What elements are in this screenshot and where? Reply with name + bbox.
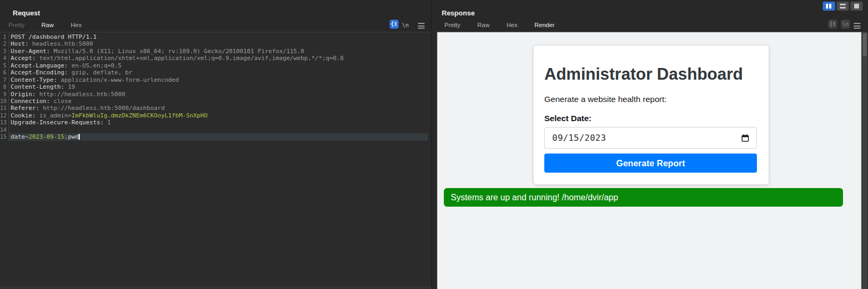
tab-response-hex[interactable]: Hex: [507, 22, 517, 31]
token: Accept-Encoding:: [11, 69, 68, 76]
request-line-text[interactable]: Content-Length: 19: [9, 83, 75, 90]
token: =: [25, 133, 29, 140]
request-line-text[interactable]: Accept-Language: en-US,en;q=0.5: [9, 62, 122, 69]
token: date: [11, 133, 25, 140]
line-number: 2: [0, 40, 9, 47]
request-menu-icon[interactable]: [418, 23, 425, 29]
request-line-text[interactable]: POST /dashboard HTTP/1.1: [9, 33, 97, 40]
date-field-label: Select Date:: [544, 114, 592, 123]
response-panel-title: Response: [442, 9, 475, 17]
page-title: Administrator Dashboard: [544, 65, 743, 84]
request-line-text[interactable]: Accept: text/html,application/xhtml+xml,…: [9, 55, 343, 62]
layout-rows-button[interactable]: [837, 2, 849, 11]
request-line[interactable]: 14: [0, 126, 431, 133]
request-line[interactable]: 9Origin: http://headless.htb:5000: [0, 91, 431, 98]
line-number: 11: [0, 105, 9, 112]
token: 1: [104, 119, 111, 126]
request-line-text[interactable]: User-Agent: Mozilla/5.0 (X11; Linux x86_…: [9, 48, 304, 55]
response-tabs: Pretty Raw Hex Render: [444, 22, 571, 31]
token: ;: [64, 133, 68, 140]
prettify-toggle-disabled-icon[interactable]: [828, 20, 837, 29]
token: http://headless.htb:5000: [36, 91, 125, 98]
request-line[interactable]: 7Content-Type: application/x-www-form-ur…: [0, 76, 431, 83]
request-line-text[interactable]: Cookie: is_admin=ImFkbWluIg.dmzDkZNEm6CK…: [9, 112, 207, 119]
tab-response-render[interactable]: Render: [535, 22, 555, 31]
date-value[interactable]: 09/15/2023: [552, 128, 606, 148]
request-line-text[interactable]: Referer: http://headless.htb:5000/dashbo…: [9, 105, 165, 112]
scrollbar-thumb[interactable]: [863, 33, 867, 56]
token: is_admin=: [36, 112, 71, 119]
request-line-text[interactable]: Connection: close: [9, 98, 72, 105]
date-input[interactable]: 09/15/2023: [544, 127, 757, 149]
layout-columns-button[interactable]: [823, 2, 835, 11]
token: Accept-Language:: [11, 62, 68, 69]
token: Cookie:: [11, 112, 36, 119]
request-line-text[interactable]: [9, 126, 11, 133]
generate-report-button[interactable]: Generate Report: [544, 154, 757, 173]
prettify-toggle-icon[interactable]: [390, 20, 399, 29]
request-line[interactable]: 4Accept: text/html,application/xhtml+xml…: [0, 55, 431, 62]
line-number: 7: [0, 76, 9, 83]
request-line[interactable]: 10Connection: close: [0, 98, 431, 105]
request-line[interactable]: 3User-Agent: Mozilla/5.0 (X11; Linux x86…: [0, 48, 431, 55]
request-line[interactable]: 5Accept-Language: en-US,en;q=0.5: [0, 62, 431, 69]
request-line[interactable]: 12Cookie: is_admin=ImFkbWluIg.dmzDkZNEm6…: [0, 112, 431, 119]
line-number: 12: [0, 112, 9, 119]
render-viewport: Administrator Dashboard Generate a websi…: [437, 32, 862, 289]
request-line[interactable]: 13Upgrade-Insecure-Requests: 1: [0, 119, 431, 126]
token: Mozilla/5.0 (X11; Linux x86_64; rv:109.0…: [50, 48, 304, 55]
request-line[interactable]: 6Accept-Encoding: gzip, deflate, br: [0, 69, 431, 76]
token: gzip, deflate, br: [68, 69, 132, 76]
request-line-text[interactable]: Origin: http://headless.htb:5000: [9, 91, 125, 98]
request-line[interactable]: 1POST /dashboard HTTP/1.1: [0, 33, 431, 40]
text-caret: [79, 134, 80, 140]
request-line[interactable]: 11Referer: http://headless.htb:5000/dash…: [0, 105, 431, 112]
tab-response-raw[interactable]: Raw: [477, 22, 490, 31]
token: http://headless.htb:5000/dashboard: [39, 105, 165, 112]
request-editor[interactable]: 1POST /dashboard HTTP/1.12Host: headless…: [0, 32, 431, 286]
token: POST /dashboard HTTP/1.1: [11, 33, 97, 40]
line-number: 3: [0, 48, 9, 55]
status-banner: Systems are up and running! /home/dvir/a…: [444, 188, 843, 207]
line-number: 9: [0, 91, 9, 98]
tab-request-hex[interactable]: Hex: [71, 22, 81, 31]
token: Referer:: [11, 105, 39, 112]
tab-request-raw[interactable]: Raw: [41, 22, 54, 31]
token: pwd: [68, 133, 79, 140]
response-menu-icon[interactable]: [854, 23, 861, 29]
token: 19: [64, 83, 75, 90]
request-line[interactable]: 8Content-Length: 19: [0, 83, 431, 90]
line-number: 1: [0, 33, 9, 40]
line-number: 14: [0, 126, 9, 133]
token: Content-Length:: [11, 83, 64, 90]
token: application/x-www-form-urlencoded: [57, 76, 179, 83]
calendar-icon[interactable]: [741, 134, 749, 144]
token: en-US,en;q=0.5: [68, 62, 122, 69]
line-number: 6: [0, 69, 9, 76]
request-panel: Request Pretty Raw Hex \n 1POST /dashboa…: [0, 0, 432, 289]
line-number: 5: [0, 62, 9, 69]
burp-repeater-view: Request Pretty Raw Hex \n 1POST /dashboa…: [0, 0, 868, 289]
line-number: 13: [0, 119, 9, 126]
request-line-text[interactable]: Content-Type: application/x-www-form-url…: [9, 76, 179, 83]
request-line-text[interactable]: date=2023-09-15;pwd: [9, 133, 428, 140]
request-line-text[interactable]: Upgrade-Insecure-Requests: 1: [9, 119, 111, 126]
newline-toggle-disabled-icon[interactable]: \n: [841, 20, 850, 29]
line-number: 15: [0, 133, 9, 140]
request-panel-title: Request: [13, 9, 40, 17]
line-number: 10: [0, 98, 9, 105]
intro-text: Generate a website health report:: [544, 95, 667, 104]
tab-request-pretty[interactable]: Pretty: [9, 22, 24, 31]
request-line[interactable]: 2Host: headless.htb:5000: [0, 40, 431, 47]
request-line-text[interactable]: Accept-Encoding: gzip, deflate, br: [9, 69, 132, 76]
token: User-Agent:: [11, 48, 50, 55]
token: Host:: [11, 40, 29, 47]
token: headless.htb:5000: [29, 40, 93, 47]
layout-single-button[interactable]: [850, 2, 863, 11]
request-line[interactable]: 15date=2023-09-15;pwd: [0, 133, 431, 140]
newline-toggle-icon[interactable]: \n: [402, 22, 409, 29]
line-number: 8: [0, 83, 9, 90]
render-scrollbar[interactable]: [862, 32, 867, 289]
tab-response-pretty[interactable]: Pretty: [444, 22, 460, 31]
request-line-text[interactable]: Host: headless.htb:5000: [9, 40, 93, 47]
